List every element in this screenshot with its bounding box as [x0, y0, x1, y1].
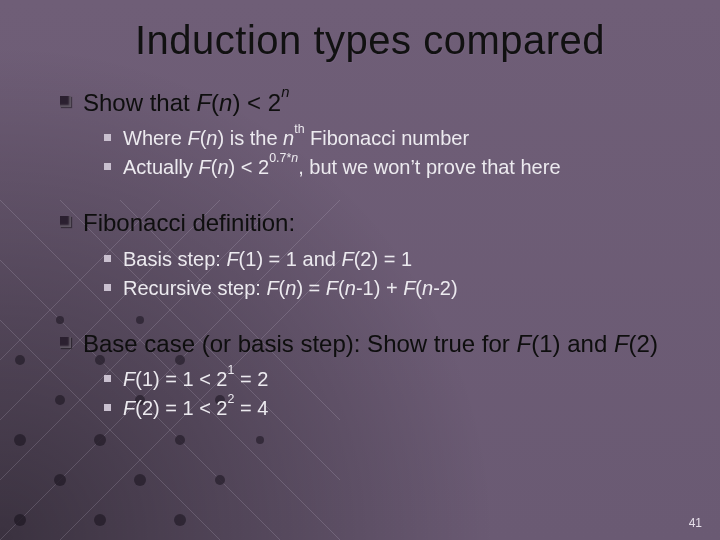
page-number: 41 — [689, 516, 702, 530]
small-square-bullet-icon — [104, 255, 111, 262]
slide-title: Induction types compared — [60, 18, 680, 63]
slide-body: Show that F(n) < 2nWhere F(n) is the nth… — [60, 87, 680, 422]
small-square-bullet-icon — [104, 284, 111, 291]
small-square-bullet-icon — [104, 375, 111, 382]
square-bullet-icon — [60, 216, 71, 227]
small-square-bullet-icon — [104, 404, 111, 411]
bullet-level2: Where F(n) is the nth Fibonacci number — [104, 125, 680, 152]
bullet-text: F(1) = 1 < 21 = 2 — [123, 366, 268, 393]
bullet-level2: F(2) = 1 < 22 = 4 — [104, 395, 680, 422]
bullet-text: Fibonacci definition: — [83, 207, 295, 239]
square-bullet-icon — [60, 96, 71, 107]
bullet-level2: Actually F(n) < 20.7*n, but we won’t pro… — [104, 154, 680, 181]
bullet-text: Actually F(n) < 20.7*n, but we won’t pro… — [123, 154, 561, 181]
small-square-bullet-icon — [104, 134, 111, 141]
bullet-level1: Base case (or basis step): Show true for… — [60, 328, 680, 360]
bullet-text: F(2) = 1 < 22 = 4 — [123, 395, 268, 422]
slide: Induction types compared Show that F(n) … — [0, 0, 720, 540]
bullet-level1: Show that F(n) < 2n — [60, 87, 680, 119]
small-square-bullet-icon — [104, 163, 111, 170]
bullet-text: Where F(n) is the nth Fibonacci number — [123, 125, 469, 152]
bullet-level2: Basis step: F(1) = 1 and F(2) = 1 — [104, 246, 680, 273]
bullet-text: Base case (or basis step): Show true for… — [83, 328, 658, 360]
square-bullet-icon — [60, 337, 71, 348]
bullet-text: Basis step: F(1) = 1 and F(2) = 1 — [123, 246, 412, 273]
bullet-text: Show that F(n) < 2n — [83, 87, 289, 119]
bullet-level2: Recursive step: F(n) = F(n-1) + F(n-2) — [104, 275, 680, 302]
bullet-text: Recursive step: F(n) = F(n-1) + F(n-2) — [123, 275, 458, 302]
bullet-level1: Fibonacci definition: — [60, 207, 680, 239]
bullet-level2: F(1) = 1 < 21 = 2 — [104, 366, 680, 393]
